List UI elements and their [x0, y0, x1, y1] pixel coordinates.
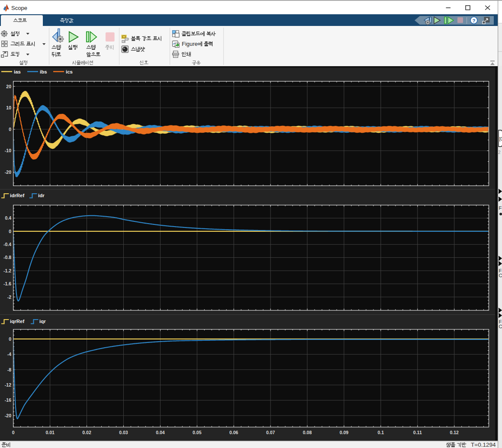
svg-text:0.02: 0.02 [82, 430, 91, 435]
svg-text:-2: -2 [7, 294, 11, 300]
svg-text:0.12: 0.12 [450, 430, 459, 435]
svg-text:-16: -16 [5, 397, 11, 403]
svg-text:0.05: 0.05 [193, 430, 202, 435]
svg-text:-1.6: -1.6 [3, 281, 11, 286]
svg-text:Figure: Figure [182, 41, 198, 47]
svg-text:0.4: 0.4 [5, 215, 11, 221]
svg-text:-20: -20 [5, 170, 11, 175]
svg-text:T=0.1294: T=0.1294 [471, 442, 496, 448]
svg-text:-8: -8 [7, 367, 11, 372]
svg-text:F: F [499, 205, 502, 211]
svg-text:2: 2 [498, 150, 501, 155]
svg-text:ibs: ibs [40, 69, 47, 74]
svg-text:?: ? [472, 18, 475, 23]
svg-text:-10: -10 [5, 148, 11, 153]
svg-text:-20: -20 [5, 413, 11, 418]
svg-text:idrRef: idrRef [10, 193, 24, 198]
svg-text:0: 0 [9, 336, 11, 342]
svg-text:-12: -12 [5, 382, 11, 387]
svg-text:0: 0 [12, 430, 15, 435]
svg-text:iqrRef: iqrRef [10, 319, 24, 324]
svg-text:C: C [499, 273, 502, 278]
svg-text:-4: -4 [7, 352, 11, 357]
svg-text:ics: ics [66, 69, 73, 74]
svg-text:0.09: 0.09 [340, 430, 349, 435]
svg-text:ias: ias [14, 69, 21, 74]
svg-text:-1.2: -1.2 [3, 268, 11, 273]
svg-text:0.07: 0.07 [266, 430, 275, 435]
svg-text:0.1: 0.1 [377, 430, 384, 435]
svg-text:0.08: 0.08 [303, 430, 312, 435]
svg-text:idr: idr [38, 193, 45, 198]
svg-text:0.01: 0.01 [45, 430, 55, 435]
svg-text:20: 20 [6, 84, 11, 89]
svg-text:0.04: 0.04 [156, 430, 165, 435]
svg-text:10: 10 [6, 105, 11, 110]
svg-text:-0.4: -0.4 [3, 242, 11, 247]
svg-text:Scope: Scope [11, 5, 27, 11]
svg-text:0.06: 0.06 [229, 430, 238, 435]
svg-text:0.11: 0.11 [413, 430, 422, 435]
svg-text:0.03: 0.03 [119, 430, 128, 435]
svg-text:iqr: iqr [39, 319, 46, 324]
svg-text:0: 0 [9, 127, 11, 132]
svg-text:0: 0 [9, 229, 11, 234]
svg-text:[0: [0 [499, 137, 502, 141]
svg-text:-0.8: -0.8 [3, 255, 11, 260]
svg-text:C: C [499, 324, 502, 329]
